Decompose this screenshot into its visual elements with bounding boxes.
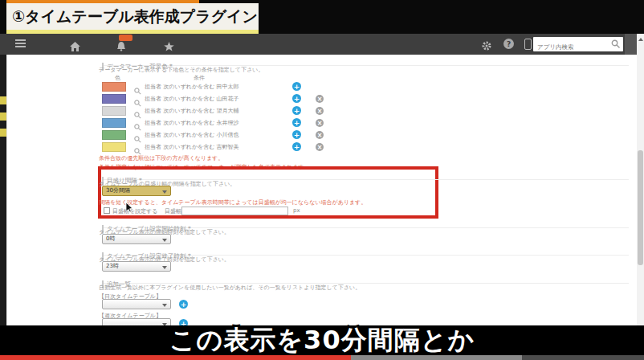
add-row-button[interactable]: +	[292, 118, 301, 127]
interval-warning: 間隔を短く設定すると、タイムテーブル表示時間帯によっては目盛幅が均一にならない場…	[99, 198, 366, 207]
nav-end-block	[625, 34, 637, 55]
section-header-interval: 目盛り間隔 *	[102, 170, 629, 180]
scrollbar-thumb[interactable]	[638, 150, 643, 265]
app-nav-bar: ?	[0, 34, 644, 55]
start-time-select[interactable]: 0時	[102, 234, 171, 244]
color-swatch[interactable]	[102, 82, 126, 92]
video-progress-bar[interactable]	[0, 355, 644, 360]
video-title-text: ①タイムテーブル表作成プラグイン	[6, 3, 259, 34]
remove-row-button[interactable]: ×	[316, 119, 324, 127]
color-swatch[interactable]	[102, 106, 126, 116]
section-description: データマーカーに表示する下地色とその条件を指定して下さい。	[99, 66, 263, 74]
marker-row: 担当者 次のいずれかを含む 望月大輔+×	[102, 105, 439, 117]
marker-row: 担当者 次のいずれかを含む 吉野智美+×	[102, 141, 439, 153]
remove-row-button[interactable]: ×	[316, 131, 324, 139]
mobile-view-icon[interactable]	[524, 39, 532, 50]
marker-condition: 担当者 次のいずれかを含む 小川信也	[145, 131, 239, 139]
video-title-card: ①タイムテーブル表作成プラグイン	[6, 0, 259, 34]
remove-row-button[interactable]: ×	[316, 107, 324, 115]
daily-timetable-select[interactable]	[102, 299, 171, 309]
remove-row-button[interactable]: ×	[316, 95, 324, 103]
scale-width-input[interactable]	[181, 207, 288, 215]
color-swatch[interactable]	[102, 142, 126, 152]
color-swatch[interactable]	[102, 130, 126, 140]
marker-condition: 担当者 次のいずれかを含む 田中太郎	[145, 83, 239, 91]
marker-condition: 担当者 次のいずれかを含む 吉野智美	[145, 143, 239, 151]
marker-row: 担当者 次のいずれかを含む 山田花子+×	[102, 93, 439, 105]
interval-select[interactable]: 30分間隔	[102, 186, 171, 196]
marker-rows: 担当者 次のいずれかを含む 田中太郎+担当者 次のいずれかを含む 山田花子+×担…	[102, 81, 439, 153]
marker-condition: 担当者 次のいずれかを含む 望月大輔	[145, 107, 239, 115]
set-scale-width-checkbox[interactable]	[104, 207, 110, 214]
add-row-button[interactable]: +	[292, 106, 301, 115]
priority-note: 条件合致の優先順位は下段の方が高くなります。	[99, 154, 223, 162]
search-icon[interactable]	[611, 39, 621, 49]
video-caption-text: この表示を30分間隔とか	[169, 323, 475, 358]
remove-row-button[interactable]: ×	[316, 143, 324, 151]
settings-gear-icon[interactable]	[481, 39, 492, 55]
section-header-extra: 追加一覧	[102, 274, 629, 284]
hamburger-menu-icon[interactable]	[15, 39, 26, 49]
section-header-start: タイムテーブル設定開始時刻 *	[102, 219, 629, 228]
search-input[interactable]	[533, 40, 623, 55]
add-row-button[interactable]: +	[292, 142, 301, 151]
notification-badge	[119, 35, 132, 41]
app-search-box	[533, 37, 623, 51]
marker-row: 担当者 次のいずれかを含む 田中太郎+	[102, 81, 439, 93]
help-icon[interactable]: ?	[503, 39, 514, 49]
home-icon[interactable]	[70, 39, 80, 55]
marker-condition: 担当者 次のいずれかを含む 山田花子	[145, 95, 239, 103]
mouse-cursor	[126, 202, 134, 213]
section-description: 自動生成一覧以外に本プラグインを使用したい一覧があれば、その一覧をリストより指定…	[99, 284, 361, 292]
vertical-scrollbar[interactable]	[637, 34, 644, 325]
notification-bell-icon[interactable]	[116, 39, 126, 55]
marker-condition: 担当者 次のいずれかを含む 永井理沙	[145, 119, 239, 127]
marker-row: 担当者 次のいずれかを含む 永井理沙+×	[102, 117, 439, 129]
left-edge-strip	[0, 55, 6, 325]
color-swatch[interactable]	[102, 94, 126, 104]
marker-row: 担当者 次のいずれかを含む 小川信也+×	[102, 129, 439, 141]
add-row-button[interactable]: +	[292, 130, 301, 139]
add-row-button[interactable]: +	[292, 94, 301, 103]
add-daily-list-button[interactable]: +	[179, 300, 188, 309]
add-row-button[interactable]: +	[292, 82, 301, 91]
width-unit-label: px	[293, 207, 300, 214]
section-header-end: タイムテーブル設定終了時刻 *	[102, 246, 629, 256]
plugin-settings-page: データマーカー背景色 * データマーカーに表示する下地色とその条件を指定して下さ…	[6, 55, 637, 325]
video-frame: ①タイムテーブル表作成プラグイン ?	[0, 0, 644, 360]
video-caption-bar: この表示を30分間隔とか	[0, 325, 644, 355]
width-field-label: 目盛幅	[165, 207, 181, 215]
color-swatch[interactable]	[102, 118, 126, 128]
favorites-star-icon[interactable]	[164, 39, 174, 55]
section-header-marker: データマーカー背景色 *	[102, 56, 629, 66]
progress-played	[0, 355, 351, 360]
end-time-select[interactable]: 23時	[102, 261, 171, 272]
scroll-up-arrow-icon[interactable]	[638, 38, 643, 41]
checkbox-label: 目盛幅を設定する	[112, 207, 158, 215]
